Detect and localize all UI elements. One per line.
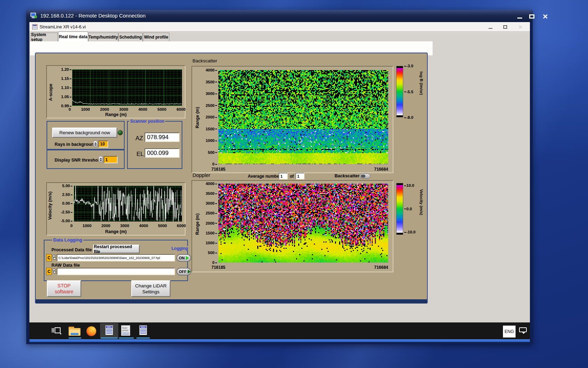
display-snr-threshold-label: Display SNR threshold [55,158,102,163]
rays-value-field[interactable]: 10 [98,141,108,148]
tick-label: 2000 [100,107,109,111]
backscatter-x-end: 716684 [360,167,388,172]
tab-temp-humidity[interactable]: Temp/humidity [88,33,118,41]
tick-label: 1500 [205,127,217,131]
tick-label: 2000 [205,115,217,119]
labview-vi-icon [32,24,37,29]
tick-label: -8.0 [404,115,418,120]
tick-label: 4000 [205,182,217,186]
labview-vi-2-running-indicator [136,338,150,339]
raw-path-field[interactable] [57,268,175,275]
tick-label: 3000 [205,201,217,205]
raw-data-file-label: RAW Data file [51,263,80,268]
change-lidar-settings-button[interactable]: Change LiDAR Settings [131,280,170,297]
tick-label: 3500 [205,80,217,84]
stop-software-button[interactable]: STOP software [47,280,81,297]
tab-system-setup[interactable]: System setup [31,33,58,41]
app-restore-button[interactable] [501,24,509,30]
tick-label: 2500 [205,211,217,215]
doppler-colorbar [396,183,403,235]
backscatter-y-axis-label: Range (m) [195,98,200,137]
rays-spinner[interactable] [93,141,98,147]
firefox-icon[interactable] [86,326,96,336]
average-number-field-2[interactable]: 1 [295,173,304,179]
doppler-x-end: 716684 [360,265,388,270]
stop-label-line1: STOP [57,283,71,289]
processed-data-file-label: Processed Data file [51,247,92,252]
tab-real-time-data[interactable]: Real time data [58,32,88,41]
tick-label: 1000 [83,224,92,228]
raw-logging-toggle[interactable]: OFF [176,268,191,275]
tab-label: Real time data [59,34,87,39]
tick-label: 4000 [138,107,147,111]
backscatter-toggle-label: Backscatter [335,173,359,178]
az-value-field[interactable]: 078.994 [145,132,180,142]
tab-label: System setup [31,32,58,42]
processed-logging-toggle[interactable]: ON [176,254,191,262]
scan-scheduler-running-indicator [119,338,134,339]
renew-background-label: Renew background now [59,130,110,135]
raw-drive-button[interactable]: C [46,268,52,275]
app-close-button[interactable] [517,24,524,30]
app-titlebar: StreamLine XR v14-6.vi [29,22,530,32]
renew-background-button[interactable]: Renew background now [52,128,117,138]
tick-label: 3000 [120,224,130,228]
taskbar-bottom-strip [29,339,530,342]
doppler-title: Doppler [192,172,210,178]
tick-label: 0.00 [62,201,72,205]
toggle-arrow-icon [188,270,191,274]
processed-path-field[interactable]: C:\Lidar\Data\Proc\2023\202309\20230906\… [57,254,175,261]
el-value: 000.099 [145,150,168,157]
backscatter-display-toggle[interactable] [360,173,370,179]
scan-scheduler-icon[interactable]: Scan sched [121,325,130,336]
tick-label: 500 [208,150,217,155]
off-label: OFF [179,270,187,274]
on-label: ON [179,256,185,260]
rdp-minimize-button[interactable] [516,13,524,20]
file-explorer-icon[interactable] [69,327,80,336]
el-value-field[interactable]: 000.099 [145,148,180,158]
backscatter-graph-frame: Range (m) 400035003000250020001500100050… [191,66,393,173]
tick-label: -3.0 [404,64,418,68]
labview-vi-running-indicator [101,338,118,339]
rays-value: 10 [99,142,105,146]
toggle-arrow-icon [186,256,189,260]
processed-drive-button[interactable]: C [46,254,52,261]
rdp-maximize-button[interactable] [527,13,536,20]
restart-processed-file-button[interactable]: Restart processed file [93,245,140,253]
doppler-y-ticks: 40003500300025002000150010005000 [204,182,217,265]
processed-path-text: C:\Lidar\Data\Proc\2023\202309\20230906\… [57,256,160,260]
tick-label: 4000 [205,68,217,72]
snr-spinner[interactable] [98,156,103,163]
app-minimize-button[interactable] [486,24,494,30]
snr-value: 1 [104,157,108,162]
processed-browse-icon[interactable] [52,255,56,260]
tab-wind-profile[interactable]: Wind profile [143,33,169,41]
backscatter-y-ticks: 40003500300025002000150010005000 [204,68,217,166]
tick-label: 0.0 [404,207,420,211]
tick-label: -10.0 [404,230,420,234]
labview-vi-taskbar-item[interactable]: SEEK [100,323,118,338]
labview-vi-2-icon[interactable]: SEEK [139,325,147,335]
average-value-2: 1 [296,174,299,178]
drive-letter: C [48,255,51,260]
tick-label: 10.0 [404,183,420,188]
average-number-field-1[interactable]: 1 [279,173,288,179]
tick-label: 1.05 [61,95,71,99]
taskbar: SEEK Scan sched SEEK ENG [29,322,530,339]
backscatter-colorbar [396,66,403,117]
tab-label: Wind profile [144,35,168,40]
desktop: 192.168.0.122 - Remote Desktop Connectio… [0,0,588,368]
el-label: EL [136,151,144,158]
snr-value-field[interactable]: 1 [104,156,118,163]
task-view-icon[interactable] [52,327,61,335]
tab-scheduling[interactable]: Scheduling [118,33,143,41]
language-indicator[interactable]: ENG [503,326,516,338]
tick-label: 3000 [119,107,128,111]
remote-desktop-icon [30,12,38,19]
chat-icon[interactable] [519,327,527,334]
of-label: of [290,174,294,179]
tick-label: 0 [212,260,217,265]
raw-browse-icon[interactable] [52,268,56,274]
rdp-close-button[interactable] [541,13,550,20]
